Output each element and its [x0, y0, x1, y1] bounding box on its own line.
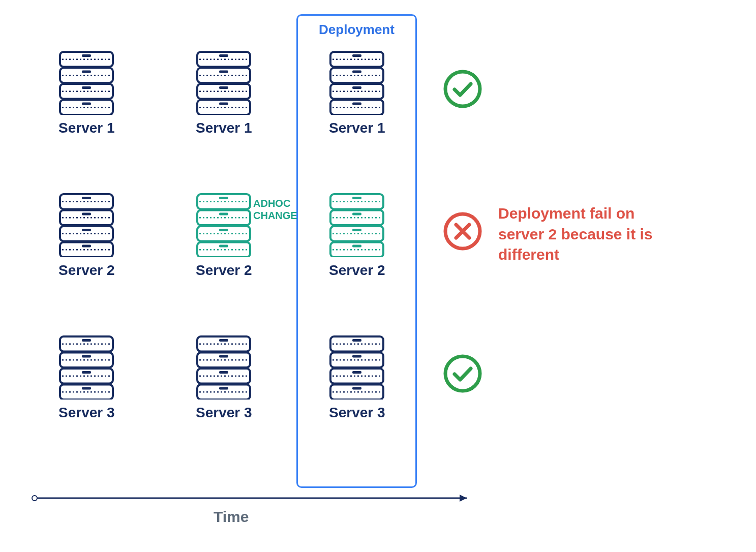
server-cell-r2-c2: Server 2 — [196, 193, 252, 279]
svg-point-110 — [445, 356, 480, 391]
server-label: Server 2 — [58, 262, 115, 279]
server-label: Server 1 — [58, 120, 115, 136]
adhoc-change-label: ADHOC CHANGE — [253, 197, 297, 222]
server-label: Server 2 — [329, 262, 385, 279]
server-cell-r1-c2: Server 1 — [196, 51, 252, 136]
fail-message: Deployment fail on server 2 because it i… — [498, 203, 671, 265]
server-label: Server 1 — [196, 120, 252, 136]
server-cell-r3-c1: Server 3 — [58, 335, 115, 421]
svg-rect-8 — [82, 86, 91, 89]
svg-rect-59 — [219, 245, 228, 248]
server-label: Server 2 — [196, 262, 252, 279]
svg-rect-92 — [219, 371, 228, 374]
svg-rect-44 — [82, 229, 91, 231]
svg-rect-74 — [82, 339, 91, 342]
status-success-icon — [442, 69, 483, 109]
time-axis-label: Time — [214, 508, 249, 526]
svg-rect-38 — [82, 197, 91, 199]
server-cell-r2-c3: Server 2 — [329, 193, 385, 279]
server-cell-r1-c3: Server 1 — [329, 51, 385, 136]
deployment-label: Deployment — [298, 22, 415, 38]
status-success-icon — [442, 353, 483, 394]
svg-rect-32 — [352, 86, 361, 89]
server-cell-r3-c2: Server 3 — [196, 335, 252, 421]
svg-rect-41 — [82, 213, 91, 216]
svg-rect-20 — [219, 86, 228, 89]
svg-rect-2 — [82, 54, 91, 57]
svg-rect-86 — [219, 339, 228, 342]
svg-rect-23 — [219, 103, 228, 105]
server-label: Server 3 — [58, 405, 115, 421]
svg-rect-101 — [352, 355, 361, 358]
server-label: Server 1 — [329, 120, 385, 136]
svg-rect-95 — [219, 387, 228, 390]
svg-rect-50 — [219, 197, 228, 199]
svg-rect-77 — [82, 355, 91, 358]
svg-rect-65 — [352, 213, 361, 216]
server-label: Server 3 — [196, 405, 252, 421]
svg-point-108 — [445, 72, 480, 106]
svg-rect-47 — [82, 245, 91, 248]
server-cell-r3-c3: Server 3 — [329, 335, 385, 421]
svg-rect-71 — [352, 245, 361, 248]
svg-rect-98 — [352, 339, 361, 342]
svg-rect-62 — [352, 197, 361, 199]
svg-rect-83 — [82, 387, 91, 390]
svg-rect-29 — [352, 71, 361, 73]
time-axis-arrow — [31, 490, 478, 506]
svg-rect-56 — [219, 229, 228, 231]
server-cell-r2-c1: Server 2 — [58, 193, 115, 279]
svg-rect-26 — [352, 54, 361, 57]
server-cell-r1-c1: Server 1 — [58, 51, 115, 136]
svg-rect-89 — [219, 355, 228, 358]
svg-rect-17 — [219, 71, 228, 73]
svg-rect-107 — [352, 387, 361, 390]
svg-rect-5 — [82, 71, 91, 73]
svg-rect-80 — [82, 371, 91, 374]
svg-rect-68 — [352, 229, 361, 231]
diagram-canvas: Deployment Server 1 Server 1 Server 1 Se… — [0, 0, 756, 552]
server-label: Server 3 — [329, 405, 385, 421]
svg-rect-11 — [82, 103, 91, 105]
svg-rect-35 — [352, 103, 361, 105]
svg-rect-104 — [352, 371, 361, 374]
svg-point-111 — [32, 496, 37, 501]
status-fail-icon — [442, 211, 483, 252]
svg-rect-53 — [219, 213, 228, 216]
svg-rect-14 — [219, 54, 228, 57]
